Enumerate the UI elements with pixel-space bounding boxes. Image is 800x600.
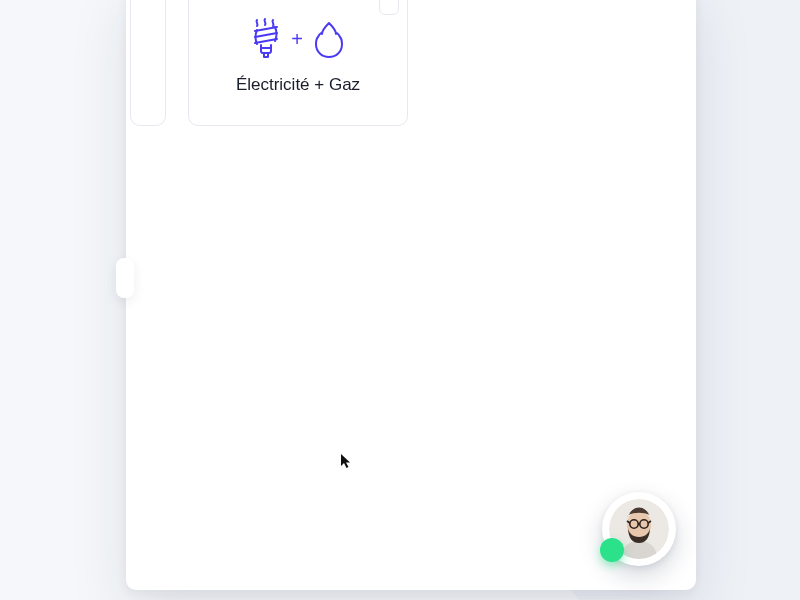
option-radio-indicator[interactable] <box>379 0 399 15</box>
status-online-dot <box>600 538 624 562</box>
bulb-icon <box>251 17 281 61</box>
plus-glyph: + <box>291 29 303 49</box>
app-window: + Électricité + Gaz <box>126 0 696 590</box>
option-card-electricity-gas[interactable]: + Électricité + Gaz <box>188 0 408 126</box>
chat-launcher[interactable] <box>602 492 676 566</box>
previous-option-card-edge[interactable] <box>130 0 166 126</box>
option-card-label: Électricité + Gaz <box>236 75 360 95</box>
option-icon-row: + <box>251 17 345 61</box>
side-tab-handle[interactable] <box>116 258 134 298</box>
cursor-icon <box>340 453 352 472</box>
flame-icon <box>313 19 345 59</box>
